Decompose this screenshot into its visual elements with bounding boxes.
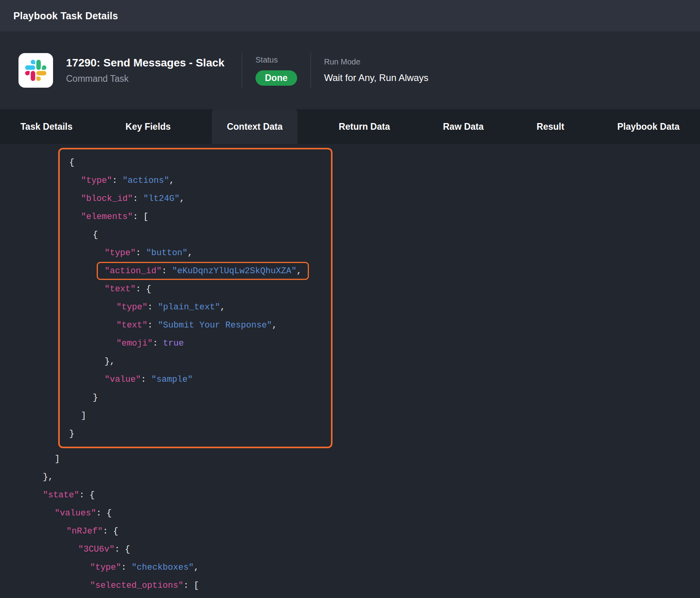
status-block: Status Done	[242, 55, 310, 86]
code-line: {	[69, 226, 331, 244]
code-line: "block_id": "lt24G",	[69, 190, 331, 208]
code-line: "type": "actions",	[69, 171, 331, 190]
code-line: },	[0, 468, 700, 486]
playbook-task-details-window: Playbook Task Details 17290: Send Messag…	[0, 0, 700, 598]
window-titlebar: Playbook Task Details	[0, 0, 700, 31]
tab-key-fields[interactable]: Key Fields	[114, 109, 182, 144]
json-punctuation: : {	[114, 545, 130, 554]
json-key: "elements"	[81, 212, 133, 222]
json-string: "button"	[146, 248, 188, 258]
json-key: "values"	[55, 508, 96, 518]
status-label: Status	[255, 55, 297, 64]
json-punctuation: }	[69, 429, 74, 439]
json-string: "Submit Your Response"	[158, 320, 272, 330]
json-key: "type"	[90, 563, 121, 572]
code-line: },	[69, 352, 331, 370]
code-line: }	[69, 388, 331, 407]
json-string: "plain_text"	[158, 302, 220, 312]
slack-logo-glyph	[25, 60, 46, 81]
json-punctuation: ,	[272, 320, 277, 330]
run-mode-label: Run Mode	[324, 57, 428, 66]
json-punctuation: }	[93, 393, 98, 403]
code-line: ]	[69, 407, 331, 425]
json-key: "block_id"	[81, 194, 133, 204]
context-highlight-box: {"type": "actions","block_id": "lt24G","…	[58, 148, 333, 448]
json-string: "eKuDqnzYlUqLw2SkQhuXZA"	[172, 266, 297, 276]
json-punctuation: ]	[81, 411, 86, 421]
tab-task-details[interactable]: Task Details	[9, 109, 85, 144]
tab-return-data[interactable]: Return Data	[327, 109, 402, 144]
code-line: "text": "Submit Your Response",	[69, 316, 331, 334]
json-viewer: {"type": "actions","block_id": "lt24G","…	[0, 148, 700, 594]
code-line: "value": "sample"	[69, 370, 331, 388]
code-line: "3CU6v": {	[0, 540, 700, 558]
tab-context-data[interactable]: Context Data	[212, 109, 298, 144]
run-mode-value: Wait for Any, Run Always	[324, 72, 428, 83]
json-punctuation: :	[136, 248, 146, 258]
run-mode-block: Run Mode Wait for Any, Run Always	[311, 57, 442, 83]
tab-raw-data[interactable]: Raw Data	[431, 109, 496, 144]
json-key: "nRJef"	[66, 526, 103, 536]
json-string: "actions"	[123, 176, 169, 186]
window-title: Playbook Task Details	[13, 10, 118, 22]
json-punctuation: : {	[96, 508, 112, 518]
json-punctuation: :	[147, 302, 158, 312]
json-punctuation: {	[93, 230, 98, 240]
json-punctuation: {	[69, 158, 74, 167]
json-key: "selected_options"	[90, 581, 184, 591]
code-line: "type": "checkboxes",	[0, 558, 700, 576]
json-punctuation: :	[147, 320, 158, 330]
slack-icon	[18, 53, 53, 88]
tab-result[interactable]: Result	[525, 109, 576, 144]
action-id-highlight-box: "action_id": "eKuDqnzYlUqLw2SkQhuXZA",	[97, 262, 309, 280]
code-line: {	[69, 153, 331, 171]
task-type: Command Task	[66, 74, 242, 84]
json-key: "emoji"	[116, 339, 152, 348]
json-punctuation: ,	[169, 176, 174, 186]
json-key: "value"	[105, 375, 141, 385]
json-punctuation: :	[162, 266, 172, 276]
context-data-panel: {"type": "actions","block_id": "lt24G","…	[0, 144, 700, 598]
json-punctuation: :	[112, 176, 122, 186]
code-line: }	[69, 425, 331, 443]
code-line: "values": {	[0, 504, 700, 522]
json-punctuation: : [	[133, 212, 149, 222]
json-punctuation: :	[121, 563, 131, 572]
json-key: "type"	[105, 248, 136, 258]
code-line: "text": {	[69, 280, 331, 298]
json-punctuation: :	[141, 375, 151, 385]
json-punctuation: ,	[194, 563, 199, 572]
task-title-block: 17290: Send Messages - Slack Command Tas…	[66, 57, 242, 84]
json-string: "checkboxes"	[132, 563, 194, 572]
task-title: 17290: Send Messages - Slack	[66, 57, 242, 69]
code-line: ]	[0, 450, 700, 468]
code-line: "type": "plain_text",	[69, 298, 331, 316]
json-punctuation: },	[43, 472, 53, 482]
json-punctuation: : {	[79, 490, 95, 500]
json-punctuation: ,	[297, 266, 302, 276]
code-line: "nRJef": {	[0, 522, 700, 540]
json-punctuation: ,	[180, 194, 185, 204]
tab-playbook-data[interactable]: Playbook Data	[605, 109, 691, 144]
json-boolean: true	[163, 339, 184, 348]
json-punctuation: },	[105, 357, 115, 366]
code-line: "action_id": "eKuDqnzYlUqLw2SkQhuXZA",	[69, 262, 331, 280]
json-key: "type"	[116, 302, 147, 312]
json-punctuation: : [	[184, 581, 199, 591]
code-line: "type": "button",	[69, 244, 331, 262]
json-key: "3CU6v"	[78, 545, 114, 554]
json-key: "type"	[81, 176, 112, 186]
json-key: "state"	[43, 490, 79, 500]
json-punctuation: : {	[103, 526, 118, 536]
json-punctuation: ]	[55, 454, 60, 464]
json-punctuation: ,	[187, 248, 193, 258]
json-key: "text"	[116, 320, 147, 330]
json-punctuation: : {	[136, 284, 151, 294]
json-punctuation: ,	[220, 302, 225, 312]
json-punctuation: :	[133, 194, 143, 204]
status-badge: Done	[255, 70, 297, 86]
tab-bar: Task DetailsKey FieldsContext DataReturn…	[0, 109, 700, 144]
task-header: 17290: Send Messages - Slack Command Tas…	[0, 31, 700, 109]
json-string: "sample"	[151, 375, 193, 385]
json-key: "action_id"	[105, 266, 162, 276]
